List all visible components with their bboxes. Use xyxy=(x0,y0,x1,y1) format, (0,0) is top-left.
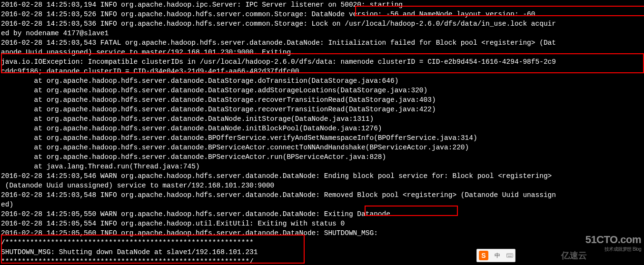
log-line: at org.apache.hadoop.hdfs.server.datanod… xyxy=(1,133,643,143)
log-line: at org.apache.hadoop.hdfs.server.datanod… xyxy=(1,152,643,162)
log-line: cddc9f186; datanode clusterID = CID-d34e… xyxy=(1,67,643,76)
log-line: 2016-02-28 14:25:03,536 INFO org.apache.… xyxy=(1,19,643,29)
terminal-log: 2016-02-28 14:25:03,194 INFO org.apache.… xyxy=(0,0,644,265)
svg-rect-3 xyxy=(508,254,509,255)
log-line: anode Uuid unassigned) service to master… xyxy=(1,48,643,57)
log-line: at org.apache.hadoop.hdfs.server.datanod… xyxy=(1,86,643,95)
log-line: ****************************************… xyxy=(1,257,643,265)
log-line: at java.lang.Thread.run(Thread.java:745) xyxy=(1,162,643,171)
log-line: ed by nodename 4177@slave1 xyxy=(1,29,643,38)
log-line: at org.apache.hadoop.hdfs.server.datanod… xyxy=(1,95,643,105)
watermark-51cto-sub: 技术成就梦想 Blog xyxy=(585,246,641,253)
log-line: (Datanode Uuid unassigned) service to ma… xyxy=(1,181,643,190)
log-line: 2016-02-28 14:25:05,554 INFO org.apache.… xyxy=(1,219,643,228)
log-line: ed) xyxy=(1,200,643,209)
log-line: at org.apache.hadoop.hdfs.server.datanod… xyxy=(1,124,643,133)
svg-rect-4 xyxy=(510,254,510,255)
svg-rect-0 xyxy=(506,254,513,257)
watermark-51cto-text: 51CTO.com xyxy=(585,234,641,245)
watermark-51cto: 51CTO.com 技术成就梦想 Blog xyxy=(585,234,641,253)
svg-rect-1 xyxy=(508,256,512,256)
log-line: SHUTDOWN_MSG: Shutting down DataNode at … xyxy=(1,247,643,257)
log-line: 2016-02-28 14:25:03,546 WARN org.apache.… xyxy=(1,171,643,181)
log-line: at org.apache.hadoop.hdfs.server.datanod… xyxy=(1,105,643,114)
watermark-yisu: 亿速云 xyxy=(561,250,587,261)
log-line: at org.apache.hadoop.hdfs.server.datanod… xyxy=(1,114,643,124)
keyboard-icon xyxy=(506,252,513,259)
sogou-icon: S xyxy=(479,251,488,260)
log-line: 2016-02-28 14:25:05,560 INFO org.apache.… xyxy=(1,228,643,238)
log-line: 2016-02-28 14:25:03,526 INFO org.apache.… xyxy=(1,10,643,19)
log-line: at org.apache.hadoop.hdfs.server.datanod… xyxy=(1,143,643,152)
log-line: java.io.IOException: Incompatible cluste… xyxy=(1,57,643,67)
log-line: /***************************************… xyxy=(1,238,643,247)
log-line: 2016-02-28 14:25:03,548 INFO org.apache.… xyxy=(1,190,643,200)
log-line: at org.apache.hadoop.hdfs.server.datanod… xyxy=(1,76,643,86)
svg-rect-5 xyxy=(511,254,512,255)
svg-rect-2 xyxy=(507,254,508,255)
sogou-lang-label: 中 xyxy=(495,252,500,260)
log-line: 2016-02-28 14:25:03,543 FATAL org.apache… xyxy=(1,38,643,48)
sogou-ime-badge[interactable]: S 中 xyxy=(476,249,515,262)
log-line: 2016-02-28 14:25:03,194 INFO org.apache.… xyxy=(1,0,643,10)
log-line: 2016-02-28 14:25:05,550 WARN org.apache.… xyxy=(1,209,643,219)
